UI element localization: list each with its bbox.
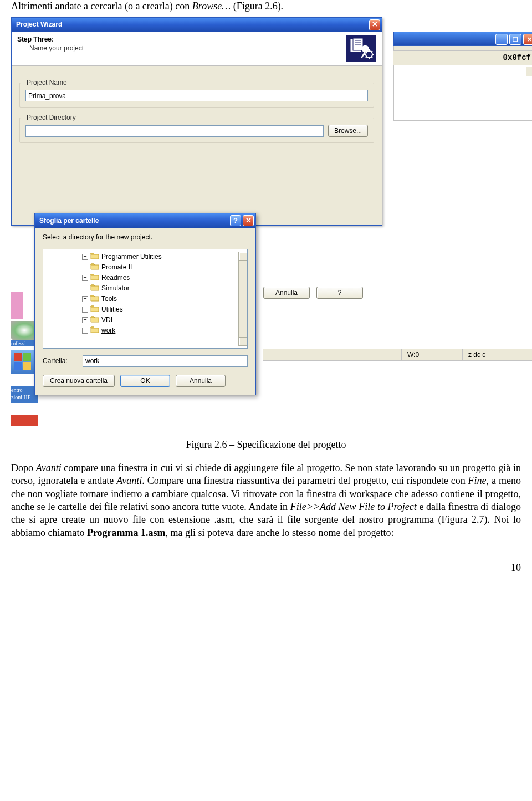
folder-icon bbox=[90, 325, 99, 336]
new-folder-button[interactable]: Crea nuova cartella bbox=[43, 375, 115, 387]
desktop-fragment-icon2 bbox=[11, 350, 38, 374]
step-subtitle: Name your project bbox=[17, 44, 84, 53]
maximize-button[interactable]: ❐ bbox=[509, 34, 521, 45]
help-icon[interactable]: ? bbox=[230, 215, 241, 226]
tree-item[interactable]: Promate II bbox=[43, 262, 238, 273]
svg-rect-7 bbox=[14, 353, 22, 361]
figure-2-6: – ❐ ✕ 0x0fcf Project Wizard ✕ Step Three… bbox=[11, 16, 532, 437]
tree-item[interactable]: Simulator bbox=[43, 283, 238, 294]
folder-icon bbox=[90, 304, 99, 315]
svg-rect-9 bbox=[14, 362, 22, 370]
svg-rect-10 bbox=[23, 362, 31, 370]
page-number: 10 bbox=[11, 562, 521, 574]
expand-icon[interactable]: + bbox=[82, 307, 88, 313]
expand-icon[interactable]: + bbox=[82, 317, 88, 323]
annulla-button[interactable]: Annulla bbox=[263, 287, 310, 299]
project-wizard-title: Project Wizard bbox=[16, 21, 62, 29]
help-button[interactable]: ? bbox=[316, 287, 363, 299]
status-cell-blank bbox=[263, 349, 401, 360]
browse-folder-title: Sfoglia per cartelle bbox=[39, 217, 99, 226]
tree-item[interactable]: +Utilities bbox=[43, 304, 238, 315]
cartella-label: Cartella: bbox=[43, 357, 77, 366]
tree-item[interactable]: +Tools bbox=[43, 294, 238, 304]
figure-caption: Figura 2.6 – Specificazione del progetto bbox=[11, 438, 521, 451]
project-wizard-titlebar[interactable]: Project Wizard ✕ bbox=[12, 18, 382, 32]
tree-item-label: Programmer Utilities bbox=[101, 253, 162, 262]
project-name-legend: Project Name bbox=[24, 79, 69, 88]
close-icon[interactable]: ✕ bbox=[243, 215, 254, 226]
desktop-fragment-red bbox=[11, 415, 38, 426]
close-button[interactable]: ✕ bbox=[523, 34, 532, 45]
svg-rect-1 bbox=[353, 38, 363, 50]
project-directory-legend: Project Directory bbox=[24, 114, 78, 123]
tree-item[interactable]: +work bbox=[43, 325, 238, 336]
desktop-label-2: entro zioni HF bbox=[11, 386, 38, 403]
wizard-button-row-partial: Annulla ? bbox=[263, 287, 363, 299]
folder-icon bbox=[90, 273, 99, 283]
ok-button[interactable]: OK bbox=[120, 375, 170, 387]
project-wizard-header: Step Three: Name your project bbox=[12, 32, 382, 66]
project-wizard-body: Project Name Project Directory Browse... bbox=[12, 66, 382, 225]
folder-tree[interactable]: +Programmer UtilitiesPromate II+ReadmesS… bbox=[43, 249, 248, 349]
project-wizard-window: Project Wizard ✕ Step Three: Name your p… bbox=[11, 17, 382, 226]
tree-item-label: work bbox=[101, 326, 115, 335]
close-icon[interactable]: ✕ bbox=[369, 19, 380, 30]
browse-button[interactable]: Browse... bbox=[328, 125, 368, 137]
folder-icon bbox=[90, 252, 99, 262]
minimize-button[interactable]: – bbox=[495, 34, 508, 45]
project-name-fieldset: Project Name bbox=[19, 83, 374, 108]
desktop-fragment-pink bbox=[11, 292, 23, 319]
expand-icon[interactable]: + bbox=[82, 296, 88, 302]
body-paragraph: Dopo Avanti compare una finestra in cui … bbox=[11, 462, 521, 539]
tree-item-label: Simulator bbox=[101, 284, 130, 293]
tree-item-label: Utilities bbox=[101, 305, 123, 314]
background-window-strip: – ❐ ✕ 0x0fcf bbox=[393, 32, 532, 120]
browse-folder-body: Select a directory for the new project. … bbox=[35, 228, 255, 395]
svg-point-6 bbox=[368, 53, 370, 55]
expand-icon[interactable]: + bbox=[82, 328, 88, 334]
browse-folder-buttons: Crea nuova cartella OK Annulla bbox=[43, 375, 248, 387]
intro-paragraph: Altrimenti andate a cercarla (o a crearl… bbox=[11, 0, 521, 13]
intro-text: Altrimenti andate a cercarla (o a crearl… bbox=[11, 1, 192, 12]
tree-item-label: Tools bbox=[101, 295, 117, 304]
cartella-row: Cartella: bbox=[43, 355, 248, 367]
tree-item[interactable]: +Readmes bbox=[43, 273, 238, 283]
intro-browse-italic: Browse… bbox=[192, 1, 231, 12]
tree-item-label: Readmes bbox=[101, 274, 130, 283]
spacer bbox=[82, 264, 88, 271]
project-directory-input[interactable] bbox=[25, 125, 324, 137]
folder-icon bbox=[90, 294, 99, 304]
tree-item[interactable]: +Programmer Utilities bbox=[43, 252, 238, 262]
folder-icon bbox=[90, 315, 99, 325]
scroll-down-icon[interactable] bbox=[239, 337, 247, 346]
step-label: Step Three: bbox=[17, 35, 84, 44]
folder-icon bbox=[90, 283, 99, 294]
tree-item-label: VDI bbox=[101, 316, 112, 325]
tree-item-label: Promate II bbox=[101, 263, 132, 272]
spacer bbox=[82, 285, 88, 292]
background-text-area bbox=[393, 65, 532, 121]
folder-icon bbox=[90, 262, 99, 273]
tree-item[interactable]: +VDI bbox=[43, 315, 238, 325]
project-name-input[interactable] bbox=[25, 90, 368, 101]
windows-flag-icon bbox=[11, 350, 38, 374]
desktop-label-1: rofessi bbox=[11, 340, 38, 346]
svg-rect-8 bbox=[23, 353, 31, 361]
window-system-buttons: – ❐ ✕ bbox=[393, 32, 532, 46]
wizard-tools-icon bbox=[346, 35, 376, 62]
cartella-input[interactable] bbox=[83, 355, 248, 367]
cancel-button[interactable]: Annulla bbox=[176, 375, 226, 387]
browse-folder-instruction: Select a directory for the new project. bbox=[43, 233, 248, 242]
browse-folder-dialog: Sfoglia per cartelle ? ✕ Select a direct… bbox=[34, 213, 256, 395]
status-w: W:0 bbox=[401, 349, 462, 360]
status-bar: W:0 z dc c bbox=[263, 349, 532, 361]
scrollbar[interactable] bbox=[238, 252, 247, 346]
scroll-up-icon[interactable] bbox=[239, 252, 247, 261]
background-toolbar bbox=[393, 46, 532, 51]
opcode-label: 0x0fcf bbox=[393, 51, 532, 65]
project-directory-fieldset: Project Directory Browse... bbox=[19, 118, 374, 143]
browse-folder-titlebar[interactable]: Sfoglia per cartelle ? ✕ bbox=[35, 213, 255, 228]
expand-icon[interactable]: + bbox=[82, 254, 88, 260]
desktop-fragment-icon1 bbox=[11, 321, 38, 340]
expand-icon[interactable]: + bbox=[82, 275, 88, 281]
